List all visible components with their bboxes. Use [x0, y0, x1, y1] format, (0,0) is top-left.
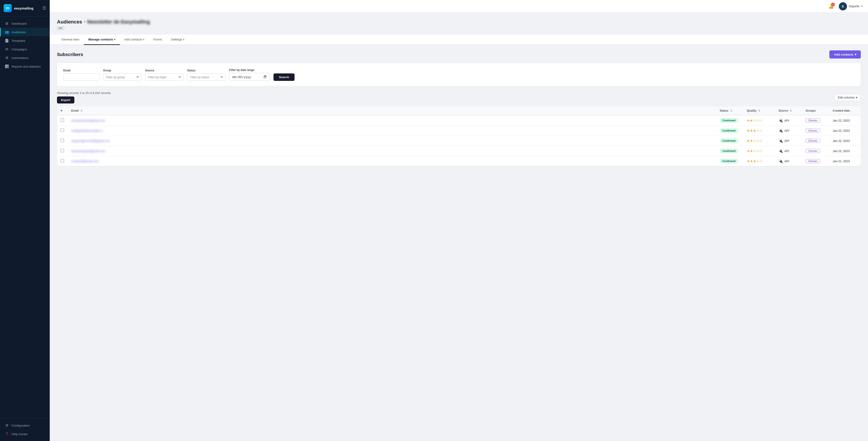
row-checkbox[interactable]	[61, 129, 64, 132]
dropdown-chevron-icon[interactable]: ▾	[61, 109, 62, 112]
sort-icon: ⇅	[81, 109, 83, 112]
export-button[interactable]: Export	[57, 96, 74, 103]
row-source-cell: 🔌 API	[775, 156, 802, 166]
group-filter-select[interactable]: Filter by group	[103, 73, 142, 81]
row-status-cell: Confirmed	[716, 156, 743, 166]
sidebar-item-reports[interactable]: 📊 Reports and statistics	[0, 62, 50, 71]
row-email-cell: howardhogan@gmail.com	[68, 146, 716, 156]
hamburger-button[interactable]: ☰	[42, 6, 46, 11]
search-button[interactable]: Search	[274, 73, 294, 81]
sidebar-item-campaigns[interactable]: ✉ Campaigns	[0, 45, 50, 54]
sidebar-logo: m easymailing ☰	[0, 0, 50, 17]
source-label: API	[784, 159, 789, 163]
row-status-cell: Confirmed	[716, 146, 743, 156]
sidebar-item-configuration[interactable]: ⚙ Configuration	[0, 421, 50, 430]
table-row: contact5@email.com Confirmed ★★★☆☆ 🔌 API…	[57, 156, 861, 166]
sidebar-footer: ⚙ Configuration ❓ Help Center	[0, 418, 50, 441]
quality-stars: ★★★☆☆	[747, 129, 763, 132]
add-contacts-chevron-icon: ▾	[855, 53, 856, 56]
row-checkbox[interactable]	[61, 159, 64, 162]
row-quality-cell: ★★☆☆☆	[743, 115, 775, 126]
row-source-cell: 🔌 API	[775, 146, 802, 156]
notification-bell[interactable]: 🔔 5	[827, 2, 835, 10]
sidebar-item-help[interactable]: ❓ Help Center	[0, 430, 50, 438]
status-badge: Confirmed	[720, 138, 738, 143]
created-date-label: Jan 22, 2023	[833, 129, 850, 132]
sidebar-item-label: Automations	[11, 56, 29, 60]
tab-settings[interactable]: Settings ▾	[166, 35, 189, 45]
email-link[interactable]: contact5@email.com	[71, 159, 99, 163]
col-header-quality[interactable]: Quality ⇅	[743, 106, 775, 115]
row-checkbox-cell	[57, 115, 68, 126]
quality-stars: ★★★☆☆	[747, 159, 763, 163]
row-groups-cell: Clientes	[802, 136, 829, 146]
created-date-label: Jan 22, 2023	[833, 149, 850, 153]
page-title: Audiences · Newsletter de Easymailing	[57, 19, 861, 25]
sidebar-item-automations[interactable]: ⚙ Automations	[0, 54, 50, 62]
row-checkbox[interactable]	[61, 139, 64, 142]
tab-manage-contacts[interactable]: Manage contacts ▾	[84, 35, 120, 45]
row-quality-cell: ★★★☆☆	[743, 126, 775, 136]
sidebar-item-audiences[interactable]: 👥 Audiences	[0, 28, 50, 36]
created-date-label: Jan 22, 2023	[833, 139, 850, 143]
search-button-group: Search	[274, 73, 294, 81]
main-area: 🔔 5 S Soporte ▾ Audiences · Newsletter d…	[50, 0, 868, 441]
row-source-cell: 🔌 API	[775, 126, 802, 136]
email-filter-group: Email	[63, 69, 99, 81]
row-quality-cell: ★★★☆☆	[743, 156, 775, 166]
edit-columns-chevron-icon: ▾	[856, 96, 857, 99]
edit-columns-button[interactable]: Edit columns ▾	[835, 94, 861, 101]
status-filter-select[interactable]: Filter by status	[187, 73, 225, 81]
row-email-cell: mspanrigomux40@gmail.com	[68, 136, 716, 146]
sort-icon: ⇅	[758, 109, 760, 112]
templates-icon: 📄	[5, 39, 9, 43]
email-link[interactable]: mspanrigomux40@gmail.com	[71, 139, 110, 143]
col-header-check: ▾	[57, 106, 68, 115]
group-badge: Clientes	[806, 129, 820, 133]
section-header: Subscribers Add contacts ▾	[57, 51, 861, 59]
row-date-cell: Jan 21, 2023	[829, 156, 861, 166]
source-label: API	[784, 149, 789, 153]
row-checkbox-cell	[57, 136, 68, 146]
status-badge: Confirmed	[720, 118, 738, 123]
row-checkbox-cell	[57, 126, 68, 136]
table-actions: Showing records 1 to 25 of 6,042 records…	[57, 91, 861, 103]
sidebar-item-dashboard[interactable]: ⊞ Dashboard	[0, 19, 50, 28]
tab-add-contacts[interactable]: Add contacts ▾	[120, 35, 149, 45]
email-filter-input[interactable]	[63, 73, 99, 81]
user-menu[interactable]: S Soporte ▾	[839, 2, 863, 10]
quality-stars: ★★☆☆☆	[747, 119, 763, 122]
row-checkbox[interactable]	[61, 118, 64, 122]
app-logo-text: easymailing	[14, 6, 33, 10]
email-link[interactable]: privateemail1@gmail.com	[71, 119, 105, 122]
col-header-created-date[interactable]: Created date ↓	[829, 106, 861, 115]
source-label: API	[784, 139, 789, 143]
row-groups-cell: Clientes	[802, 156, 829, 166]
tab-chevron-icon: ▾	[114, 38, 115, 41]
api-source-icon: 🔌	[778, 129, 783, 133]
group-badge: Clientes	[806, 159, 820, 163]
email-link[interactable]: rodrigo@ribeironobler.cl	[71, 129, 102, 132]
sidebar-item-templates[interactable]: 📄 Templates	[0, 36, 50, 45]
api-source-icon: 🔌	[778, 118, 783, 123]
add-contacts-button[interactable]: Add contacts ▾	[829, 51, 861, 59]
col-header-email[interactable]: Email ⇅	[68, 106, 716, 115]
email-link[interactable]: howardhogan@gmail.com	[71, 149, 105, 153]
api-source-icon: 🔌	[778, 159, 783, 163]
row-checkbox[interactable]	[61, 149, 64, 152]
source-filter-select[interactable]: Filter by origin	[145, 73, 184, 81]
row-status-cell: Confirmed	[716, 115, 743, 126]
tab-forms[interactable]: Forms	[149, 35, 166, 45]
app-logo-icon: m	[4, 4, 12, 12]
col-header-source[interactable]: Source ⇅	[775, 106, 802, 115]
col-header-status[interactable]: Status ⇅	[716, 106, 743, 115]
sidebar-item-label: Templates	[11, 39, 26, 42]
col-header-groups: Groups	[802, 106, 829, 115]
sort-icon: ⇅	[790, 109, 792, 112]
source-filter-group: Source Filter by origin	[145, 69, 184, 81]
source-filter-label: Source	[145, 69, 184, 72]
tab-general-view[interactable]: General view	[57, 35, 84, 45]
row-date-cell: Jan 22, 2023	[829, 146, 861, 156]
date-filter-input[interactable]	[229, 73, 270, 81]
quality-stars: ★★☆☆☆	[747, 139, 763, 143]
